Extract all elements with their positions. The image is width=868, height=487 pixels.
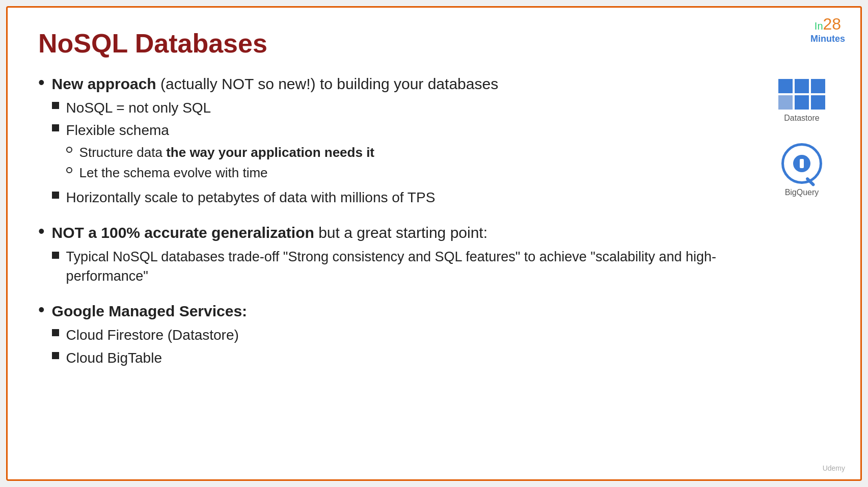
grid-cell xyxy=(778,79,793,93)
square-bullet-icon xyxy=(52,329,59,336)
content-area: • New approach (actually NOT so new!) to… xyxy=(38,74,835,459)
slide: In 28 Minutes Udemy NoSQL Databases • Ne… xyxy=(6,6,862,481)
bullet-bold: New approach xyxy=(52,75,156,92)
sub-item-text: Flexible schema xyxy=(66,122,169,138)
grid-cell xyxy=(778,95,793,110)
bullet-list: • New approach (actually NOT so new!) to… xyxy=(38,74,758,371)
list-item: • NOT a 100% accurate generalization but… xyxy=(38,223,758,290)
datastore-label: Datastore xyxy=(784,114,819,123)
sub-sub-text: Let the schema evolve with time xyxy=(79,165,268,182)
bigquery-label: BigQuery xyxy=(785,188,819,197)
sub-sub-bold: the way your application needs it xyxy=(166,145,374,160)
square-bullet-icon xyxy=(52,102,59,109)
sub-list: Cloud Firestore (Datastore) Cloud BigTab… xyxy=(52,326,247,367)
bullet-bold: NOT a 100% accurate generalization xyxy=(52,224,314,241)
square-bullet-icon xyxy=(52,192,59,199)
grid-cell xyxy=(811,79,825,93)
datastore-grid-icon xyxy=(778,79,825,110)
sub-item-text: Cloud Firestore (Datastore) xyxy=(66,326,239,344)
bullet-text: NOT a 100% accurate generalization but a… xyxy=(52,223,758,290)
list-item: NoSQL = not only SQL xyxy=(52,99,499,117)
grid-cell xyxy=(795,79,809,93)
list-item: • Google Managed Services: Cloud Firesto… xyxy=(38,301,758,371)
bullet-bold: Google Managed Services: xyxy=(52,303,247,319)
sub-sub-list: Structure data the way your application … xyxy=(66,144,374,182)
bullet-normal: (actually NOT so new!) to building your … xyxy=(156,75,498,92)
sub-item-with-children: Flexible schema Structure data the way y… xyxy=(66,121,374,184)
square-bullet-icon xyxy=(52,252,59,259)
bullet-text: New approach (actually NOT so new!) to b… xyxy=(52,74,499,211)
list-item: Let the schema evolve with time xyxy=(66,165,374,182)
sub-list: NoSQL = not only SQL Flexible schema xyxy=(52,99,499,207)
datastore-icon-container: Datastore xyxy=(778,79,825,123)
sub-item-text: NoSQL = not only SQL xyxy=(66,99,211,117)
circle-bullet-icon xyxy=(66,167,72,173)
logo-in: In xyxy=(815,20,823,32)
bullet-dot: • xyxy=(38,72,45,93)
slide-title: NoSQL Databases xyxy=(38,28,835,59)
list-item: Structure data the way your application … xyxy=(66,144,374,161)
list-item: Flexible schema Structure data the way y… xyxy=(52,121,499,184)
bullet-normal: but a great starting point: xyxy=(314,224,487,241)
square-bullet-icon xyxy=(52,124,59,131)
watermark: Udemy xyxy=(823,464,845,472)
logo-minutes: Minutes xyxy=(810,34,845,44)
grid-cell xyxy=(811,95,825,110)
bigquery-circle-icon xyxy=(781,143,822,184)
bigquery-inner xyxy=(793,155,810,172)
list-item: • New approach (actually NOT so new!) to… xyxy=(38,74,758,211)
bullet-dot: • xyxy=(38,299,45,320)
sidebar: Datastore BigQuery xyxy=(769,74,835,459)
sub-item-text: Cloud BigTable xyxy=(66,349,162,367)
bullet-text: Google Managed Services: Cloud Firestore… xyxy=(52,301,247,371)
bullet-dot: • xyxy=(38,221,45,242)
circle-bullet-icon xyxy=(66,147,72,153)
sub-list: Typical NoSQL databases trade-off "Stron… xyxy=(52,248,758,286)
sub-sub-text: Structure data the way your application … xyxy=(79,144,374,161)
list-item: Typical NoSQL databases trade-off "Stron… xyxy=(52,248,758,286)
bigquery-bar xyxy=(800,159,804,168)
sub-item-text: Horizontally scale to petabytes of data … xyxy=(66,188,436,207)
sub-item-text: Typical NoSQL databases trade-off "Stron… xyxy=(66,248,758,286)
logo-28: 28 xyxy=(823,15,842,34)
magnify-handle-icon xyxy=(805,177,816,187)
square-bullet-icon xyxy=(52,352,59,359)
list-item: Cloud BigTable xyxy=(52,349,247,367)
main-content: • New approach (actually NOT so new!) to… xyxy=(38,74,769,459)
bigquery-icon-container: BigQuery xyxy=(781,143,822,197)
list-item: Cloud Firestore (Datastore) xyxy=(52,326,247,344)
logo: In 28 Minutes xyxy=(810,15,845,44)
grid-cell xyxy=(795,95,809,110)
list-item: Horizontally scale to petabytes of data … xyxy=(52,188,499,207)
